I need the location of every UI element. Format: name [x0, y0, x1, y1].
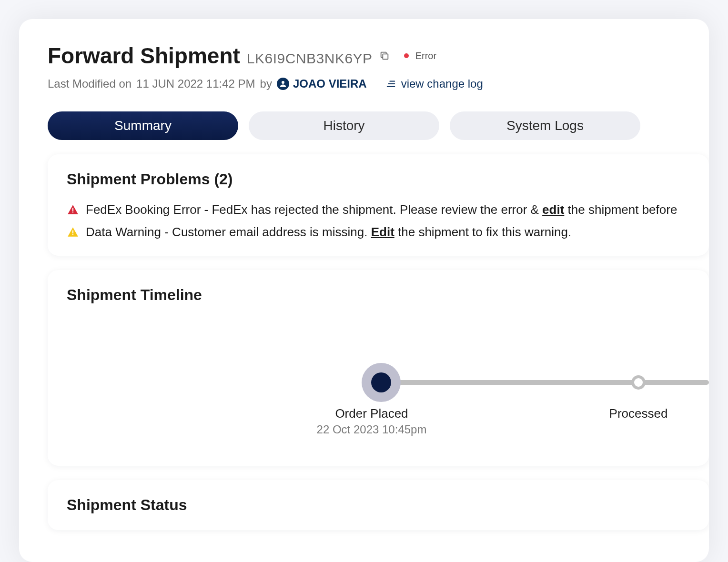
timeline-track	[362, 380, 709, 385]
problem-row-error: FedEx Booking Error - FedEx has rejected…	[67, 202, 709, 217]
user-avatar-icon	[277, 78, 289, 90]
status-title: Shipment Status	[67, 496, 709, 514]
problem-warning-edit-link[interactable]: Edit	[371, 225, 394, 239]
svg-rect-5	[72, 208, 73, 211]
svg-rect-0	[383, 54, 388, 59]
tab-history[interactable]: History	[249, 111, 439, 140]
status-dot-icon	[404, 53, 409, 58]
timeline-area: Order Placed 22 Oct 2023 10:45pm Process…	[67, 332, 709, 442]
view-change-log-label: view change log	[401, 77, 483, 90]
timeline-node-title: Processed	[609, 406, 668, 421]
tab-system-logs[interactable]: System Logs	[450, 111, 640, 140]
last-modified-datetime: 11 JUN 2022 11:42 PM	[136, 77, 255, 90]
svg-point-1	[282, 81, 284, 84]
problem-error-edit-link[interactable]: edit	[542, 202, 564, 217]
shipment-id: LK6I9CNB3NK6YP	[247, 50, 373, 67]
problems-title: Shipment Problems (2)	[67, 171, 709, 188]
status-label: Error	[415, 50, 436, 61]
shipment-problems-panel: Shipment Problems (2) FedEx Booking Erro…	[48, 154, 709, 256]
user-chip[interactable]: JOAO VIEIRA	[277, 77, 367, 90]
user-name: JOAO VIEIRA	[293, 77, 367, 90]
svg-rect-6	[72, 211, 73, 212]
timeline-node-order-placed	[362, 363, 401, 402]
svg-rect-7	[72, 230, 73, 233]
problem-row-warning: Data Warning - Customer email address is…	[67, 225, 709, 240]
copy-icon[interactable]	[379, 50, 390, 61]
timeline-node-processed	[631, 375, 646, 390]
timeline-node-date: 22 Oct 2023 10:45pm	[317, 423, 427, 436]
view-change-log-link[interactable]: view change log	[386, 77, 483, 90]
problem-error-text-before: FedEx Booking Error - FedEx has rejected…	[86, 202, 542, 217]
timeline-label-processed: Processed	[609, 406, 668, 421]
page-title: Forward Shipment	[48, 43, 240, 69]
svg-rect-8	[72, 234, 73, 235]
timeline-title: Shipment Timeline	[67, 286, 709, 304]
timeline-dot-current-icon	[362, 363, 401, 402]
problem-warning-text-after: the shipment to fix this warning.	[394, 225, 571, 239]
timeline-dot-pending-icon	[631, 375, 646, 390]
problem-error-text-after: the shipment before	[564, 202, 677, 217]
main-card: Forward Shipment LK6I9CNB3NK6YP Error La…	[19, 19, 709, 562]
shipment-status-panel: Shipment Status	[48, 480, 709, 530]
list-icon	[386, 79, 396, 89]
by-label: by	[260, 77, 272, 90]
problem-warning-text-before: Data Warning - Customer email address is…	[86, 225, 371, 239]
header-row: Forward Shipment LK6I9CNB3NK6YP Error	[48, 43, 709, 69]
error-triangle-icon	[67, 204, 79, 216]
timeline-label-order-placed: Order Placed 22 Oct 2023 10:45pm	[317, 406, 427, 436]
last-modified-prefix: Last Modified on	[48, 77, 131, 90]
timeline-node-title: Order Placed	[317, 406, 427, 421]
meta-row: Last Modified on 11 JUN 2022 11:42 PM by…	[48, 77, 709, 90]
problems-list: FedEx Booking Error - FedEx has rejected…	[67, 202, 709, 240]
tabs: Summary History System Logs	[48, 111, 709, 140]
tab-summary[interactable]: Summary	[48, 111, 238, 140]
shipment-timeline-panel: Shipment Timeline Order Placed 22 Oct 20…	[48, 270, 709, 466]
warning-triangle-icon	[67, 226, 79, 239]
